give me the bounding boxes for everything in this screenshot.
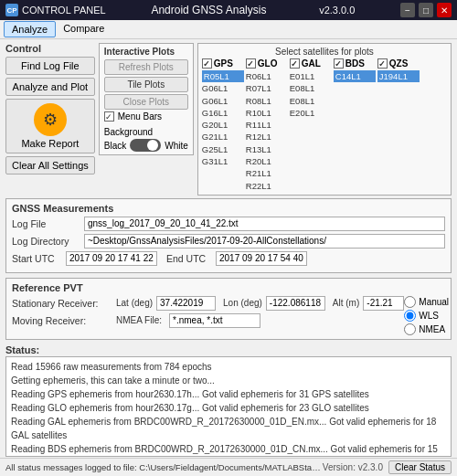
sat-col-gps: GPS R05L1 G06L1 G06L1 G16L1 G20L1 G21L1 …	[202, 58, 244, 192]
bds-checkbox[interactable]	[334, 58, 344, 69]
bottom-bar: All status messages logged to file: C:\U…	[0, 458, 457, 476]
sat-col-gal: GAL E01L1 E08L1 E08L1 E20L1	[290, 58, 332, 192]
end-utc-input[interactable]	[216, 251, 307, 266]
app-icon: CP	[5, 4, 18, 16]
make-report-label: Make Report	[21, 138, 79, 149]
sat-col-bds: BDS C14L1	[334, 58, 376, 192]
satellite-select-box: Select satellites for plots GPS R05L1 G0…	[197, 43, 452, 196]
glo-label: GLO	[258, 58, 278, 69]
window-title: Android GNSS Analysis	[151, 4, 266, 16]
gps-item-0[interactable]: R05L1	[202, 70, 244, 82]
close-plots-button[interactable]: Close Plots	[104, 94, 188, 110]
maximize-button[interactable]: □	[419, 3, 433, 17]
status-line-1: Getting ephemeris, this can take a minut…	[11, 374, 446, 387]
qzs-checkbox[interactable]	[377, 58, 388, 69]
title-bar: CP CONTROL PANEL Android GNSS Analysis v…	[0, 0, 457, 20]
gps-checkbox[interactable]	[202, 58, 212, 69]
lat-label: Lat (deg)	[116, 298, 153, 308]
close-button[interactable]: ✕	[437, 3, 452, 17]
glo-item-7[interactable]: R20L1	[246, 155, 288, 167]
gps-item-5[interactable]: G21L1	[202, 131, 244, 143]
menu-analyze[interactable]: Analyze	[4, 21, 56, 37]
gnss-measurements-label: GNSS Measurements	[12, 203, 445, 214]
control-label: Control	[5, 43, 95, 54]
radio-manual[interactable]	[404, 296, 416, 308]
radio-wls-label: WLS	[419, 311, 439, 321]
gps-item-4[interactable]: G20L1	[202, 119, 244, 131]
radio-nmea-label: NMEA	[419, 324, 445, 334]
radio-wls[interactable]	[404, 310, 416, 322]
bottom-file-label: All status messages logged to file: C:\U…	[5, 462, 323, 472]
start-utc-label: Start UTC	[12, 253, 62, 264]
interactive-plots-box: Interactive Plots Refresh Plots Tile Plo…	[99, 43, 194, 155]
make-report-button[interactable]: ⚙ Make Report	[5, 99, 95, 153]
status-line-0: Read 15966 raw measurements from 784 epo…	[11, 360, 446, 374]
bg-toggle[interactable]	[130, 139, 161, 152]
log-file-input[interactable]	[84, 217, 445, 231]
qzs-label: QZS	[389, 58, 409, 69]
lat-input[interactable]	[156, 296, 216, 311]
app-title: CONTROL PANEL	[22, 5, 106, 16]
minimize-button[interactable]: −	[400, 3, 415, 17]
menu-bar: Analyze Compare	[0, 20, 457, 39]
gps-item-2[interactable]: G06L1	[202, 95, 244, 107]
glo-item-0[interactable]: R06L1	[246, 70, 288, 82]
black-label: Black	[104, 141, 126, 151]
refresh-plots-button[interactable]: Refresh Plots	[104, 59, 188, 75]
glo-item-1[interactable]: R07L1	[246, 82, 288, 94]
status-line-3: Reading GLO ephemeris from hour2630.17g.…	[11, 401, 446, 415]
alt-input[interactable]	[363, 296, 404, 311]
bottom-version-value: v2.3.0	[358, 462, 383, 472]
nmea-input[interactable]	[169, 313, 260, 328]
gal-label: GAL	[302, 58, 321, 69]
clear-status-button[interactable]: Clear Status	[388, 460, 452, 474]
qzs-item-0[interactable]: J194L1	[377, 70, 420, 82]
end-utc-label: End UTC	[166, 253, 212, 264]
gal-item-0[interactable]: E01L1	[290, 70, 332, 82]
status-line-5: Reading BDS ephemeris from BRDC00WRD_R_2…	[11, 442, 446, 457]
glo-item-6[interactable]: R13L1	[246, 143, 288, 155]
alt-label: Alt (m)	[333, 298, 359, 308]
gear-icon: ⚙	[34, 103, 67, 136]
gps-item-1[interactable]: G06L1	[202, 82, 244, 94]
gal-item-3[interactable]: E20L1	[290, 107, 332, 119]
gnss-measurements-section: GNSS Measurements Log File Log Directory…	[5, 198, 452, 273]
glo-item-3[interactable]: R10L1	[246, 107, 288, 119]
gal-item-2[interactable]: E08L1	[290, 95, 332, 107]
analyze-and-plot-button[interactable]: Analyze and Plot	[5, 78, 95, 96]
clear-all-settings-button[interactable]: Clear All Settings	[5, 156, 95, 175]
status-section: Read 15966 raw measurements from 784 epo…	[5, 356, 452, 457]
gps-item-7[interactable]: G31L1	[202, 155, 244, 167]
lon-label: Lon (deg)	[223, 298, 262, 308]
gps-item-3[interactable]: G16L1	[202, 107, 244, 119]
status-line-2: Reading GPS ephemeris from hour2630.17h.…	[11, 387, 446, 401]
radio-manual-label: Manual	[419, 297, 449, 307]
glo-item-4[interactable]: R11L1	[246, 119, 288, 131]
gal-checkbox[interactable]	[290, 58, 300, 69]
moving-label: Moving Receiver:	[12, 315, 112, 326]
glo-item-5[interactable]: R12L1	[246, 131, 288, 143]
sat-col-glo: GLO R06L1 R07L1 R08L1 R10L1 R11L1 R12L1 …	[246, 58, 288, 192]
status-line-4: Reading GAL ephemeris from BRDC00WRD_R_2…	[11, 415, 446, 442]
menu-compare[interactable]: Compare	[56, 21, 112, 37]
gps-item-6[interactable]: G25L1	[202, 143, 244, 155]
gal-item-1[interactable]: E08L1	[290, 82, 332, 94]
sat-col-qzs: QZS J194L1	[377, 58, 420, 192]
glo-item-2[interactable]: R08L1	[246, 95, 288, 107]
start-utc-input[interactable]	[66, 251, 157, 266]
bottom-file-path: C:\Users/Fieldagent/Documents/MATLABStat…	[139, 462, 323, 472]
menu-bars-checkbox[interactable]	[104, 111, 114, 122]
glo-item-9[interactable]: R22L1	[246, 180, 288, 192]
glo-item-8[interactable]: R21L1	[246, 167, 288, 179]
tile-plots-button[interactable]: Tile Plots	[104, 77, 188, 92]
gps-label: GPS	[214, 58, 233, 69]
bds-item-0[interactable]: C14L1	[334, 70, 376, 82]
radio-nmea[interactable]	[404, 323, 416, 335]
white-label: White	[165, 141, 188, 151]
lon-input[interactable]	[266, 296, 325, 311]
log-file-label: Log File	[12, 218, 80, 229]
find-log-file-button[interactable]: Find Log File	[5, 57, 95, 75]
pvt-radio-group: Manual WLS NMEA	[404, 296, 449, 335]
log-dir-input[interactable]	[84, 234, 445, 249]
glo-checkbox[interactable]	[246, 58, 256, 69]
